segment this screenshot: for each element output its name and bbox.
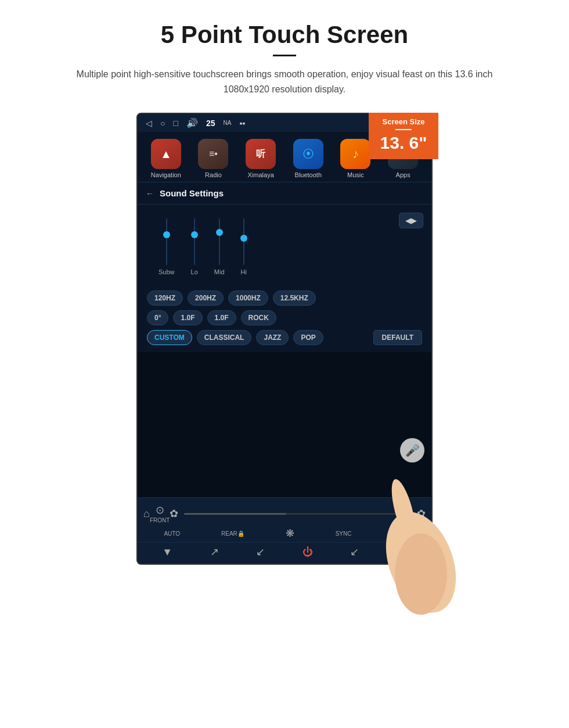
- power-icon[interactable]: ⏻: [302, 546, 313, 558]
- badge-label: Screen Size: [376, 117, 431, 126]
- filter-btn-rock[interactable]: ROCK: [241, 310, 276, 325]
- filter-btn-1f-2[interactable]: 1.0F: [207, 310, 236, 325]
- freq-btn-1000hz[interactable]: 1000HZ: [228, 291, 268, 306]
- radio-icon: ≡•: [198, 139, 228, 169]
- front-ctrl-item: ⊙ FRONT: [150, 504, 170, 523]
- eq-section: ◀▶ Subw Lo: [138, 205, 431, 288]
- bluetooth-label: Bluetooth: [295, 171, 322, 178]
- freq-btn-120hz[interactable]: 120HZ: [147, 291, 183, 306]
- home-ctrl-icon[interactable]: ⌂: [143, 508, 150, 520]
- hi-track[interactable]: [243, 218, 244, 265]
- eq-band-subw: Subw: [159, 218, 175, 275]
- eq-buttons-section: 120HZ 200HZ 1000HZ 12.5KHZ 0° 1.0F 1.0F …: [138, 288, 431, 352]
- music-icon: ♪: [340, 139, 370, 169]
- sync-label: SYNC: [336, 530, 352, 537]
- eq-band-lo: Lo: [191, 218, 198, 275]
- app-item-radio[interactable]: ≡• Radio: [192, 139, 234, 178]
- preset-btn-custom[interactable]: CUSTOM: [147, 330, 192, 345]
- freq-buttons-row: 120HZ 200HZ 1000HZ 12.5KHZ: [147, 291, 422, 306]
- page-title: 5 Point Touch Screen: [161, 21, 408, 49]
- ximalaya-label: Ximalaya: [248, 171, 274, 178]
- down-arrow-icon[interactable]: ▼: [162, 546, 172, 558]
- back-button[interactable]: ←: [146, 189, 154, 198]
- title-divider: [273, 55, 296, 56]
- badge-divider: [395, 129, 412, 130]
- signal-icons: ▪▪: [239, 119, 245, 128]
- lo-label: Lo: [191, 268, 198, 275]
- lo-track[interactable]: [194, 218, 195, 265]
- shuffle-icon-left[interactable]: ✿: [170, 507, 178, 520]
- na-label: NA: [224, 120, 232, 126]
- mid-label: Mid: [214, 268, 225, 275]
- next-track-icon[interactable]: ↙: [256, 546, 265, 558]
- auto-label: AUTO: [164, 530, 180, 537]
- page-subtitle: Multiple point high-sensitive touchscree…: [64, 67, 505, 96]
- volume-level: 25: [206, 119, 215, 128]
- app-item-navigation[interactable]: ▲ Navigation: [145, 139, 187, 178]
- eq-band-mid: Mid: [214, 218, 225, 275]
- eq-sliders: Subw Lo Mid: [147, 213, 422, 279]
- front-label: FRONT: [150, 517, 170, 523]
- bluetooth-icon: ⦿: [293, 139, 323, 169]
- subw-track[interactable]: [166, 218, 167, 265]
- back-icon[interactable]: ◁: [146, 119, 152, 128]
- freq-btn-125khz[interactable]: 12.5KHZ: [273, 291, 316, 306]
- rear-label: REAR🔒: [221, 530, 244, 537]
- sound-settings-title: Sound Settings: [160, 188, 224, 198]
- prev-track-icon[interactable]: ↗: [210, 546, 219, 558]
- front-icon[interactable]: ⊙: [156, 504, 164, 517]
- apps-label: Apps: [396, 171, 410, 178]
- preset-btn-pop[interactable]: POP: [293, 330, 323, 345]
- volume-icon[interactable]: 🔊: [186, 117, 198, 128]
- mid-knob[interactable]: [216, 229, 223, 236]
- lo-knob[interactable]: [191, 231, 198, 238]
- subw-label: Subw: [159, 268, 175, 275]
- music-label: Music: [347, 171, 364, 178]
- navigation-label: Navigation: [151, 171, 181, 178]
- hand-illustration: [363, 446, 479, 623]
- svg-point-2: [395, 533, 447, 615]
- radio-label: Radio: [205, 171, 222, 178]
- freq-btn-200hz[interactable]: 200HZ: [188, 291, 224, 306]
- rear-ctrl-item: REAR🔒: [221, 530, 244, 537]
- filter-btn-1f-1[interactable]: 1.0F: [173, 310, 202, 325]
- default-button[interactable]: DEFAULT: [373, 330, 422, 345]
- progress-fill: [184, 513, 286, 515]
- audio-icon[interactable]: ↙: [350, 546, 359, 558]
- screen-wrapper: Screen Size 13. 6" ◁ ○ □ 🔊 25 NA ▪▪ ✳ ↑ …: [136, 113, 433, 565]
- preset-btn-jazz[interactable]: JAZZ: [256, 330, 289, 345]
- home-icon[interactable]: ○: [160, 119, 165, 128]
- filter-buttons-row: 0° 1.0F 1.0F ROCK: [147, 310, 422, 325]
- preamp-button[interactable]: ◀▶: [399, 213, 423, 228]
- recent-icon[interactable]: □: [173, 119, 178, 128]
- eq-band-hi: Hi: [241, 218, 247, 275]
- hi-knob[interactable]: [240, 235, 247, 242]
- preamp-icon: ◀▶: [405, 216, 417, 225]
- app-item-bluetooth[interactable]: ⦿ Bluetooth: [287, 139, 329, 178]
- sound-settings-header: ← Sound Settings: [138, 182, 431, 205]
- preset-buttons-row: CUSTOM CLASSICAL JAZZ POP DEFAULT: [147, 330, 422, 345]
- app-item-ximalaya[interactable]: 听 Ximalaya: [240, 139, 282, 178]
- settings-icon[interactable]: ❋: [286, 527, 294, 540]
- navigation-icon: ▲: [151, 139, 181, 169]
- status-left: ◁ ○ □ 🔊 25 NA ▪▪: [146, 117, 245, 128]
- ximalaya-icon: 听: [246, 139, 276, 169]
- badge-size: 13. 6": [376, 133, 431, 152]
- screen-size-badge: Screen Size 13. 6": [369, 113, 438, 159]
- preset-btn-classical[interactable]: CLASSICAL: [197, 330, 252, 345]
- mid-track[interactable]: [219, 218, 220, 265]
- subw-knob[interactable]: [163, 231, 170, 238]
- hi-label: Hi: [241, 268, 247, 275]
- filter-btn-0deg[interactable]: 0°: [147, 310, 168, 325]
